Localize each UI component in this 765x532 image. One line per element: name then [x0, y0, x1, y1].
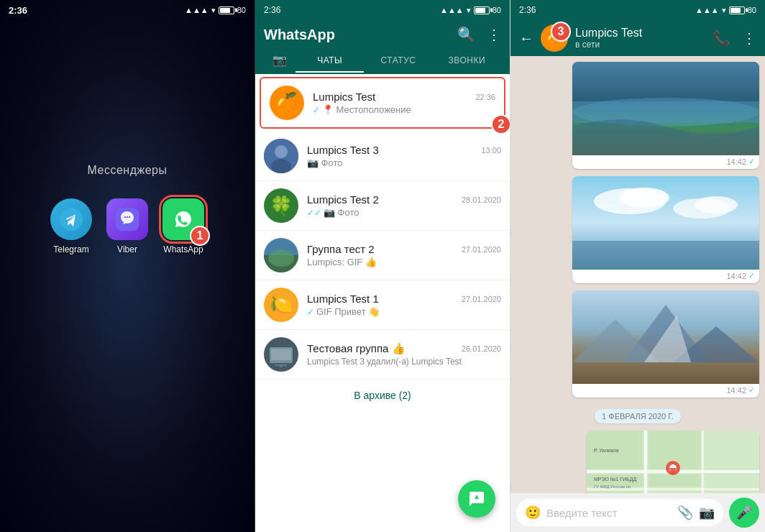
viber-label: Viber — [117, 244, 137, 254]
chat-status-icons: ▲▲▲ ▾ 80 — [695, 6, 756, 15]
viber-icon-wrapper[interactable] — [106, 198, 148, 240]
date-badge: 1 ФЕВРАЛЯ 2020 Г. — [595, 409, 681, 423]
svg-rect-39 — [649, 474, 700, 487]
msg-location: Google Р. Уилкала МРЭО №1 ГИБДД ГУ МВД Р… — [587, 431, 759, 493]
tab-camera[interactable]: 📷 — [264, 46, 296, 74]
signal-icon: ▲▲▲ — [185, 6, 209, 14]
whatsapp-icon-wrapper[interactable]: 1 — [162, 198, 204, 240]
chat-action-icons: 📞 ⋮ — [713, 29, 756, 47]
emoji-icon[interactable]: 🙂 — [525, 505, 541, 520]
wa-header: WhatsApp 🔍 ⋮ 📷 ЧАТЫ СТАТУС ЗВОНКИ — [255, 20, 510, 74]
gruppa-test-2-info: Группа тест 2 27.01.2020 Lumpics: GIF 👍 — [307, 243, 501, 267]
camera-input-icon[interactable]: 📷 — [699, 505, 715, 520]
home-time: 2:36 — [9, 5, 27, 16]
lake-image — [572, 62, 759, 155]
whatsapp-chat-panel: 2:36 ▲▲▲ ▾ 80 ← 🍊 3 Lumpics Test в сети … — [510, 0, 765, 532]
msg-lake-read: ✓ — [748, 157, 755, 166]
lumpics-test-3-preview: 📷 Фото — [307, 157, 501, 168]
call-icon[interactable]: 📞 — [713, 29, 730, 47]
svg-rect-40 — [587, 492, 643, 493]
lumpics-test-1-info: Lumpics Test 1 27.01.2020 ✓ GIF Привет 👋 — [307, 293, 501, 317]
chat-input-bar: 🙂 Введите текст 📎 📷 🎤 — [510, 493, 765, 532]
lumpics-test-3-avatar — [264, 139, 298, 173]
chat-header-info: Lumpics Test в сети — [575, 27, 705, 50]
telegram-icon — [50, 198, 92, 240]
step-badge-2: 2 — [491, 114, 510, 134]
lumpics-test-3-time: 13:00 — [481, 146, 501, 155]
app-item-telegram[interactable]: Telegram — [50, 198, 92, 254]
gruppa-test-2-time: 27.01.2020 — [462, 245, 501, 254]
status-bar-home: 2:36 ▲▲▲ ▾ 80 — [0, 0, 255, 20]
test-group-name: Тестовая группа 👍 — [307, 342, 406, 355]
lumpics-test-2-time: 28.01.2020 — [462, 196, 501, 204]
tab-calls[interactable]: ЗВОНКИ — [433, 48, 501, 73]
android-home-screen: 2:36 ▲▲▲ ▾ 80 Мессенджеры Tele — [0, 0, 255, 532]
gruppa-test-2-name-row: Группа тест 2 27.01.2020 — [307, 243, 501, 255]
msg-sky-time: 14:42 — [726, 272, 746, 280]
chat-item-lumpics-test[interactable]: 🍊 Lumpics Test 22:36 ✓ 📍 Местоположение … — [260, 77, 505, 129]
lumpics-test-name-row: Lumpics Test 22:36 — [313, 91, 495, 103]
svg-point-11 — [268, 249, 294, 267]
wa-tabs: 📷 ЧАТЫ СТАТУС ЗВОНКИ — [264, 46, 501, 74]
app-item-whatsapp[interactable]: 1 WhatsApp — [162, 198, 204, 254]
chat-item-lumpics-test-3[interactable]: Lumpics Test 3 13:00 📷 Фото — [255, 132, 510, 181]
more-options-icon[interactable]: ⋮ — [487, 26, 501, 43]
wifi-icon: ▾ — [211, 6, 216, 15]
svg-point-2 — [124, 216, 126, 218]
msg-lake-time-row: 14:42 ✓ — [572, 155, 759, 169]
compose-fab[interactable] — [458, 480, 495, 518]
svg-text:Р. Уилкала: Р. Уилкала — [594, 448, 619, 453]
lumpics-test-avatar: 🍊 — [270, 86, 304, 120]
lumpics-test-1-name: Lumpics Test 1 — [307, 293, 379, 305]
attach-icon[interactable]: 📎 — [677, 505, 693, 520]
mic-button[interactable]: 🎤 — [729, 497, 759, 528]
whatsapp-chat-list-panel: 2:36 ▲▲▲ ▾ 80 WhatsApp 🔍 ⋮ 📷 ЧАТЫ СТАТУС… — [255, 0, 510, 532]
tab-status[interactable]: СТАТУС — [364, 48, 432, 73]
chat-header-avatar: 🍊 3 — [541, 24, 568, 52]
chat-battery-fill — [730, 8, 741, 13]
search-icon[interactable]: 🔍 — [457, 26, 475, 43]
wa-wifi-icon: ▾ — [467, 6, 471, 15]
wa-header-top: WhatsApp 🔍 ⋮ — [264, 26, 501, 43]
svg-point-8 — [271, 159, 291, 173]
gruppa-test-2-preview: Lumpics: GIF 👍 — [307, 257, 501, 267]
telegram-icon-wrapper[interactable] — [50, 198, 92, 240]
msg-mountain-time: 14:42 — [726, 386, 746, 395]
msg-lake-time: 14:42 — [726, 157, 746, 166]
lumpics-test-1-time: 27.01.2020 — [462, 295, 501, 303]
step-badge-1: 1 — [190, 226, 210, 246]
msg-image-mountain-wrapper: ↪ — [516, 290, 759, 402]
input-placeholder[interactable]: Введите текст — [546, 507, 672, 519]
chat-header: ← 🍊 3 Lumpics Test в сети 📞 ⋮ — [510, 20, 765, 56]
chat-status-bar: 2:36 ▲▲▲ ▾ 80 — [510, 0, 765, 20]
back-arrow[interactable]: ← — [519, 30, 533, 47]
mountain-image — [572, 290, 759, 384]
tab-chats[interactable]: ЧАТЫ — [296, 48, 364, 73]
msg-image-lake-wrapper: ↪ — [516, 62, 759, 173]
app-item-viber[interactable]: Viber — [106, 198, 148, 254]
wa-signal-icon: ▲▲▲ — [440, 6, 464, 14]
svg-text:ГУ МВД России по: ГУ МВД России по — [594, 485, 631, 489]
wa-battery-fill — [475, 8, 485, 13]
wa-battery-level: 80 — [493, 6, 501, 14]
whatsapp-label: WhatsApp — [163, 244, 203, 254]
test-group-time: 26.01.2020 — [462, 344, 501, 353]
lumpics-test-name: Lumpics Test — [313, 91, 375, 103]
telegram-label: Telegram — [53, 244, 88, 254]
msg-mountain-read: ✓ — [748, 385, 755, 395]
svg-rect-34 — [644, 431, 647, 493]
chat-input-field[interactable]: 🙂 Введите текст 📎 📷 — [516, 499, 723, 526]
chat-item-lumpics-test-1[interactable]: 🍋 Lumpics Test 1 27.01.2020 ✓ GIF Привет… — [255, 280, 510, 330]
chat-item-test-group[interactable]: Тестовая группа 👍 26.01.2020 Lumpics Tes… — [255, 330, 510, 380]
lumpics-test-time: 22:36 — [475, 93, 495, 101]
chat-item-gruppa-test-2[interactable]: Группа тест 2 27.01.2020 Lumpics: GIF 👍 — [255, 231, 510, 280]
svg-rect-14 — [271, 349, 291, 360]
lumpics-test-info: Lumpics Test 22:36 ✓ 📍 Местоположение — [313, 91, 495, 115]
lumpics-test-1-avatar: 🍋 — [264, 288, 298, 322]
lumpics-test-preview: ✓ 📍 Местоположение — [313, 104, 495, 115]
chat-more-options-icon[interactable]: ⋮ — [742, 29, 756, 47]
battery-level: 80 — [237, 6, 246, 14]
archive-link[interactable]: В архиве (2) — [255, 380, 510, 411]
lumpics-test-1-name-row: Lumpics Test 1 27.01.2020 — [307, 293, 501, 305]
chat-item-lumpics-test-2[interactable]: 🍀 Lumpics Test 2 28.01.2020 ✓✓ 📷 Фото — [255, 181, 510, 231]
